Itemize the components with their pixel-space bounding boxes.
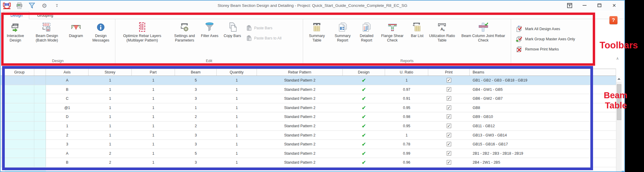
beams-cell: 2B1 - 2B2 - 2B3 - 2B18 - 2B19 [470,149,616,158]
row-selector-cell[interactable] [1,76,5,85]
quantity-cell: 1 [217,94,257,103]
utilization-ratio-table-button[interactable]: A s Utilization Ratio Table [428,21,456,43]
design-status-cell: ✔ [343,76,385,85]
table-row[interactable]: 31131Standard Pattern 2✔0.78✓GB15 - GB16… [1,140,616,149]
print-checkbox[interactable]: ✓ [447,124,451,128]
print-checkbox[interactable]: ✓ [447,133,451,137]
spacer-cell [34,94,46,103]
design-ok-check-icon: ✔ [361,105,366,111]
remove-print-marks-button[interactable]: Remove Print Marks [516,46,592,53]
column-header-Design[interactable]: Design [343,69,385,76]
maximize-button[interactable] [595,1,604,10]
paste-bars-to-all-button[interactable]: Paste Bars to All [246,35,302,41]
table-row[interactable]: C1131Standard Pattern 2✔0.91✓GB6 - GW2 -… [1,94,616,103]
column-header-spacer[interactable] [34,69,46,76]
flange-shear-check-button[interactable]: Flange Shear Check [379,21,406,43]
column-header-Beam[interactable]: Beam [175,69,217,76]
close-button[interactable]: ✕ [609,1,619,10]
spacer-cell [34,149,46,158]
bar-list-button[interactable]: Bar List [407,21,427,38]
axis-cell: C [46,94,89,103]
design-messages-button[interactable]: Design Messages [88,21,113,43]
mark-group-master-axes-only-button[interactable]: Mark Group Master Axes Only [516,36,592,42]
table-row[interactable]: @11111Standard Pattern 2✔0.95✓GB8 [1,103,616,113]
row-selector-cell[interactable] [1,103,5,112]
print-checkbox[interactable]: ✓ [447,78,451,82]
row-selector-cell[interactable] [1,149,5,158]
column-header-Part[interactable]: Part [132,69,175,76]
tab-grouping[interactable]: Grouping [31,12,60,19]
scrollbar-thumb[interactable] [617,84,621,120]
table-row[interactable]: 11121Standard Pattern 2✔0.95✓GB11 - GB12 [1,122,616,131]
utilization-ratio-cell: 0.78 [385,140,428,149]
ribbon-group-design: Interactive Design [1,19,115,64]
row-selector-cell[interactable] [1,140,5,149]
row-selector-cell[interactable] [1,94,5,103]
column-header-Group[interactable]: Group [5,69,34,76]
design-status-cell: ✔ [343,158,385,167]
help-button[interactable]: ? [609,16,617,24]
scroll-up-button[interactable] [616,76,622,82]
beams-cell: GB4 - GW1 - GB5 [470,85,616,94]
design-status-cell: ✔ [343,122,385,130]
beam-cell: 3 [175,85,217,94]
table-row[interactable]: A2151Standard Pattern 2✔0.99✓2B1 - 2B2 -… [1,149,616,158]
table-row[interactable]: A1151Standard Pattern 2✔1✓GB1 - GB2 - GB… [1,76,616,85]
row-selector-cell[interactable] [1,158,5,167]
beam-design-batch-button[interactable]: Beam Design (Batch Mode) [30,21,63,43]
tab-design[interactable]: Design [4,11,29,19]
print-checkbox[interactable]: ✓ [447,142,451,146]
beam-column-joint-rebar-check-button[interactable]: Beam Column Joint Rebar Check [457,21,510,43]
print-checkbox[interactable]: ✓ [447,105,451,110]
column-header-Axis[interactable]: Axis [46,69,89,76]
summary-report-button[interactable]: Summary Report [331,21,355,43]
print-checkbox[interactable]: ✓ [447,160,451,165]
vertical-scrollbar[interactable] [616,76,622,171]
table-row[interactable]: D1121Standard Pattern 2✔0.98✓GB9 - GB10 [1,112,616,122]
beam-cell: 1 [175,103,217,112]
column-header-Print[interactable]: Print [428,69,470,76]
column-header-Rebar Pattern[interactable]: Rebar Pattern [257,69,343,76]
paste-bars-button[interactable]: Paste Bars [246,25,302,31]
table-row[interactable]: 21131Standard Pattern 2✔1✓GB13 - GW3 - G… [1,131,616,140]
filter-axes-button[interactable]: Filter Axes [201,21,218,38]
axis-cell: A [46,76,89,85]
part-cell: 1 [132,85,175,94]
detailed-report-button[interactable]: Detailed Report [356,21,377,43]
table-row[interactable]: B1131Standard Pattern 2✔0.97✓GB4 - GW1 -… [1,85,616,94]
column-header-Quantity[interactable]: Quantity [217,69,257,76]
print-checkbox[interactable]: ✓ [447,87,451,92]
restore-up-icon[interactable] [565,1,574,10]
print-checkbox[interactable]: ✓ [447,96,451,101]
print-checkbox[interactable]: ✓ [447,114,451,119]
collapse-ribbon-button[interactable]: ∧ [613,56,622,62]
row-selector-cell[interactable] [1,85,5,94]
minimize-button[interactable] [580,1,589,10]
column-header-Beams[interactable]: Beams [470,69,616,76]
design-ok-check-icon: ✔ [361,96,366,102]
mark-all-design-axes-button[interactable]: Mark All Design Axes [516,26,592,32]
copy-bars-button[interactable]: Copy Bars [219,21,246,38]
print-cell: ✓ [428,85,470,94]
column-header-U. Ratio[interactable]: U. Ratio [385,69,428,76]
button-label: Mark Group Master Axes Only [525,37,575,41]
part-cell: 1 [132,76,175,85]
table-row[interactable]: B2131Standard Pattern 2✔0.96✓2B4 - 2W1 -… [1,158,616,167]
row-selector-cell[interactable] [1,112,5,121]
optimize-rebar-layers-button[interactable]: Optimize Rebar Layers (Multilayer Patter… [116,21,168,43]
summary-table-button[interactable]: Summary Table [304,21,329,43]
column-header-Storey[interactable]: Storey [89,69,132,76]
settings-parameters-button[interactable]: Settings and Parameters [169,21,200,43]
print-checkbox[interactable]: ✓ [447,151,451,156]
settings-parameters-icon [179,22,190,32]
button-label: Beam Design (Batch Mode) [30,34,63,43]
beam-cell: 3 [175,94,217,103]
axis-cell: 2 [46,131,89,140]
beams-cell: GB8 [470,103,616,112]
print-cell: ✓ [428,94,470,103]
rebar-pattern-cell: Standard Pattern 2 [257,85,343,94]
row-selector-cell[interactable] [1,131,5,140]
diagram-button[interactable]: Diagram [65,21,87,38]
row-selector-cell[interactable] [1,122,5,130]
interactive-design-button[interactable]: Interactive Design [2,21,29,43]
